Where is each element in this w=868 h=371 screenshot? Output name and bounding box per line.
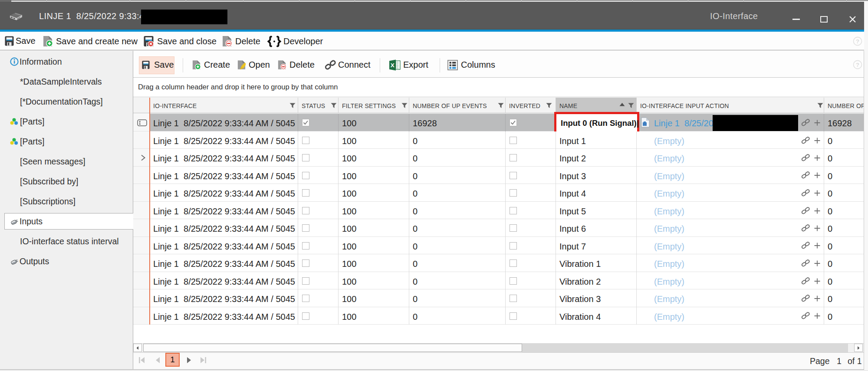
svg-text:?: ? — [856, 62, 859, 68]
svg-text:X: X — [391, 62, 395, 69]
svg-text:?: ? — [856, 38, 859, 45]
